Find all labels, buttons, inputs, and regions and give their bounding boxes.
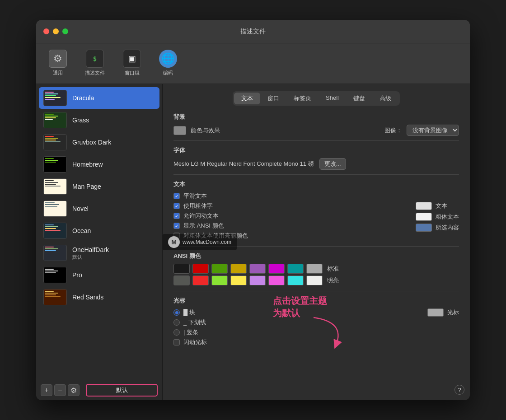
sidebar-item-manpage[interactable]: Man Page <box>39 176 159 197</box>
ansi-std-5[interactable] <box>268 264 285 274</box>
ansi-section-title: ANSI 颜色 <box>173 252 459 260</box>
ansi-bright-2[interactable] <box>211 275 228 285</box>
toolbar-profiles[interactable]: $ 描述文件 <box>81 48 108 78</box>
sidebar-item-grass[interactable]: Grass <box>39 109 159 131</box>
ansi-bright-6[interactable] <box>287 275 304 285</box>
svg-rect-20 <box>44 179 67 195</box>
svg-rect-36 <box>45 248 58 249</box>
monitor-icon: ▣ <box>123 50 141 68</box>
tab-text[interactable]: 文本 <box>234 93 260 104</box>
text-color-selected-swatch[interactable] <box>416 224 432 232</box>
settings-profile-button[interactable]: ⚙ <box>68 384 80 396</box>
ansi-bright-1[interactable] <box>192 275 209 285</box>
sidebar-thumb-ocean <box>43 223 67 239</box>
svg-rect-44 <box>45 293 58 294</box>
ansi-std-2[interactable] <box>211 264 228 274</box>
svg-rect-41 <box>45 272 56 273</box>
ansi-bright-4[interactable] <box>249 275 266 285</box>
sidebar-name-onehalfdark: OneHalfDark <box>72 246 109 253</box>
ansi-std-1[interactable] <box>192 264 209 274</box>
cursor-bar-radio[interactable] <box>173 329 180 336</box>
svg-rect-19 <box>45 162 56 163</box>
sidebar-item-ocean[interactable]: Ocean <box>39 220 159 242</box>
titlebar: 描述文件 <box>36 20 470 43</box>
checkbox-ansi: ✓ 显示 ANSI 颜色 <box>173 222 398 230</box>
checkbox-blink-text-box[interactable]: ✓ <box>173 213 180 219</box>
svg-rect-4 <box>45 97 61 98</box>
toolbar-general[interactable]: ⚙ 通用 <box>45 48 70 78</box>
sidebar-item-homebrew[interactable]: Homebrew <box>39 154 159 175</box>
sidebar-name-homebrew: Homebrew <box>72 161 103 168</box>
sidebar-item-dracula[interactable]: Dracula <box>39 87 159 109</box>
tab-shell[interactable]: Shell <box>319 93 346 104</box>
toolbar-windowgroups[interactable]: ▣ 窗口组 <box>119 48 145 78</box>
checkbox-smooth-label: 平滑文本 <box>183 192 207 200</box>
change-font-button[interactable]: 更改... <box>319 158 346 170</box>
checkbox-ansi-label: 显示 ANSI 颜色 <box>183 222 224 230</box>
help-button[interactable]: ? <box>454 385 464 395</box>
checkbox-ansi-box[interactable]: ✓ <box>173 223 180 229</box>
toolbar-encoding[interactable]: 🌐 编码 <box>155 48 181 78</box>
svg-rect-26 <box>45 202 55 203</box>
sidebar-name-grass: Grass <box>72 117 89 124</box>
svg-rect-15 <box>45 141 61 142</box>
maximize-button[interactable] <box>62 28 68 34</box>
cursor-blink-checkbox[interactable] <box>173 339 180 345</box>
sidebar-item-novel[interactable]: Novel <box>39 198 159 219</box>
text-color-normal-row: 文本 <box>416 202 459 210</box>
ansi-std-7[interactable] <box>306 264 323 274</box>
svg-rect-6 <box>44 112 67 128</box>
svg-rect-22 <box>45 182 58 183</box>
sidebar-thumb-grass <box>43 112 67 128</box>
checkbox-smooth-box[interactable]: ✓ <box>173 193 180 199</box>
font-name-label: Meslo LG M Regular Nerd Font Complete Mo… <box>173 160 314 168</box>
svg-rect-40 <box>45 271 58 271</box>
ansi-standard-label: 标准 <box>327 265 339 273</box>
tab-advanced[interactable]: 高级 <box>372 93 398 104</box>
tab-window[interactable]: 窗口 <box>260 93 286 104</box>
globe-icon: 🌐 <box>159 50 177 68</box>
text-color-bold-label: 粗体文本 <box>436 213 459 221</box>
svg-rect-29 <box>44 223 67 239</box>
set-default-button[interactable]: 默认 <box>86 384 158 397</box>
sidebar-item-redsands[interactable]: Red Sands <box>39 286 159 308</box>
ansi-std-6[interactable] <box>287 264 304 274</box>
ansi-bright-label: 明亮 <box>327 276 339 285</box>
cursor-area: █ 块 _ 下划线 | 竖条 <box>173 308 459 348</box>
text-color-bold-row: 粗体文本 <box>416 213 459 221</box>
bg-left: 颜色与效果 <box>173 126 220 135</box>
sidebar-name-manpage: Man Page <box>72 183 101 190</box>
bg-image-select[interactable]: 没有背景图像 <box>407 125 459 136</box>
cursor-color-swatch[interactable] <box>427 308 444 317</box>
ansi-bright-3[interactable] <box>230 275 247 285</box>
sidebar-item-gruvbox[interactable]: Gruvbox Dark <box>39 131 159 153</box>
watermark-icon: M <box>168 236 180 248</box>
checkbox-bold-box[interactable]: ✓ <box>173 203 180 209</box>
toolbar-encoding-label: 编码 <box>163 70 173 76</box>
ansi-bright-0[interactable] <box>173 275 190 285</box>
add-profile-button[interactable]: + <box>41 384 52 396</box>
sidebar-item-onehalfdark[interactable]: OneHalfDark 默认 <box>39 242 159 264</box>
close-button[interactable] <box>43 28 49 34</box>
remove-profile-button[interactable]: − <box>54 384 66 396</box>
tab-keyboard[interactable]: 键盘 <box>346 93 372 104</box>
ansi-std-3[interactable] <box>230 264 247 274</box>
svg-rect-23 <box>45 184 56 185</box>
main-window: 描述文件 ⚙ 通用 $ 描述文件 ▣ 窗口组 🌐 编码 <box>36 20 470 400</box>
text-color-bold-swatch[interactable] <box>416 213 432 221</box>
minimize-button[interactable] <box>53 28 59 34</box>
ansi-std-0[interactable] <box>173 264 190 274</box>
cursor-underline-radio[interactable] <box>173 319 180 326</box>
ansi-bright-5[interactable] <box>268 275 285 285</box>
bg-color-swatch[interactable] <box>173 126 186 135</box>
ansi-std-4[interactable] <box>249 264 266 274</box>
cursor-block-radio[interactable] <box>173 309 180 316</box>
tab-tabs[interactable]: 标签页 <box>286 93 319 104</box>
text-color-normal-swatch[interactable] <box>416 202 432 210</box>
svg-rect-33 <box>45 230 61 231</box>
sidebar-item-pro[interactable]: Pro <box>39 264 159 286</box>
ansi-bright-7[interactable] <box>306 275 323 285</box>
svg-rect-3 <box>45 95 56 96</box>
cursor-underline-label: _ 下划线 <box>183 318 206 327</box>
svg-rect-7 <box>45 114 54 115</box>
